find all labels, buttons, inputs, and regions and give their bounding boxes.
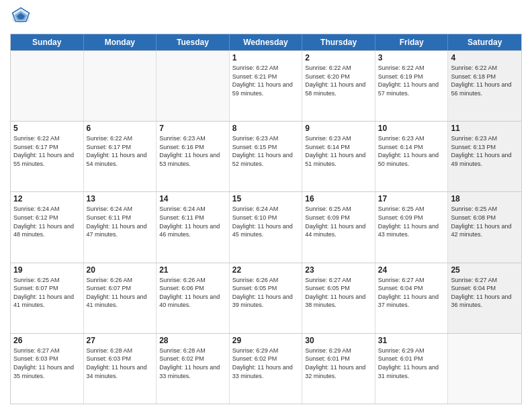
calendar-cell: 17Sunrise: 6:25 AM Sunset: 6:09 PM Dayli… <box>375 192 449 262</box>
calendar-cell: 30Sunrise: 6:29 AM Sunset: 6:01 PM Dayli… <box>302 334 375 404</box>
day-header-wednesday: Wednesday <box>230 34 303 50</box>
calendar-cell <box>157 51 230 121</box>
cell-info: Sunrise: 6:24 AM Sunset: 6:11 PM Dayligh… <box>87 205 154 238</box>
day-number: 7 <box>159 124 226 133</box>
day-number: 29 <box>232 336 300 345</box>
day-number: 14 <box>159 194 226 203</box>
day-header-monday: Monday <box>84 34 157 50</box>
cell-info: Sunrise: 6:22 AM Sunset: 6:17 PM Dayligh… <box>87 134 154 168</box>
day-header-saturday: Saturday <box>448 34 521 50</box>
day-number: 9 <box>305 124 372 133</box>
day-number: 1 <box>232 53 300 62</box>
cell-info: Sunrise: 6:29 AM Sunset: 6:02 PM Dayligh… <box>232 347 300 380</box>
cell-info: Sunrise: 6:25 AM Sunset: 6:09 PM Dayligh… <box>378 205 445 238</box>
page: SundayMondayTuesdayWednesdayThursdayFrid… <box>0 0 532 411</box>
calendar-cell: 3Sunrise: 6:22 AM Sunset: 6:19 PM Daylig… <box>375 51 449 121</box>
cell-info: Sunrise: 6:24 AM Sunset: 6:11 PM Dayligh… <box>159 205 226 238</box>
day-number: 23 <box>305 265 372 275</box>
calendar-cell: 18Sunrise: 6:25 AM Sunset: 6:08 PM Dayli… <box>448 192 521 262</box>
calendar-week-1: 1Sunrise: 6:22 AM Sunset: 6:21 PM Daylig… <box>11 50 521 121</box>
calendar-cell <box>11 51 84 121</box>
calendar-cell: 24Sunrise: 6:27 AM Sunset: 6:04 PM Dayli… <box>375 263 449 333</box>
day-number: 24 <box>378 265 445 275</box>
logo <box>10 7 30 28</box>
day-number: 26 <box>13 336 81 345</box>
cell-info: Sunrise: 6:26 AM Sunset: 6:05 PM Dayligh… <box>232 276 300 310</box>
calendar-cell: 9Sunrise: 6:23 AM Sunset: 6:14 PM Daylig… <box>302 122 375 191</box>
cell-info: Sunrise: 6:29 AM Sunset: 6:01 PM Dayligh… <box>305 347 372 380</box>
calendar-cell: 16Sunrise: 6:25 AM Sunset: 6:09 PM Dayli… <box>302 192 375 262</box>
cell-info: Sunrise: 6:22 AM Sunset: 6:17 PM Dayligh… <box>13 134 81 168</box>
day-number: 16 <box>305 194 372 203</box>
calendar-cell: 20Sunrise: 6:26 AM Sunset: 6:07 PM Dayli… <box>84 263 157 333</box>
calendar-body: 1Sunrise: 6:22 AM Sunset: 6:21 PM Daylig… <box>11 50 521 404</box>
calendar-cell: 19Sunrise: 6:25 AM Sunset: 6:07 PM Dayli… <box>11 263 84 333</box>
day-number: 22 <box>232 265 300 275</box>
calendar-cell: 21Sunrise: 6:26 AM Sunset: 6:06 PM Dayli… <box>157 263 230 333</box>
day-number: 18 <box>451 194 519 203</box>
day-number: 8 <box>232 124 300 133</box>
cell-info: Sunrise: 6:22 AM Sunset: 6:21 PM Dayligh… <box>232 64 300 97</box>
calendar-week-4: 19Sunrise: 6:25 AM Sunset: 6:07 PM Dayli… <box>11 263 521 333</box>
calendar-cell: 14Sunrise: 6:24 AM Sunset: 6:11 PM Dayli… <box>157 192 230 262</box>
day-number: 13 <box>87 194 154 203</box>
cell-info: Sunrise: 6:23 AM Sunset: 6:16 PM Dayligh… <box>159 134 226 168</box>
day-number: 28 <box>159 336 226 345</box>
calendar-cell: 11Sunrise: 6:23 AM Sunset: 6:13 PM Dayli… <box>448 122 521 191</box>
cell-info: Sunrise: 6:28 AM Sunset: 6:03 PM Dayligh… <box>87 347 154 380</box>
calendar-cell: 1Sunrise: 6:22 AM Sunset: 6:21 PM Daylig… <box>230 51 303 121</box>
cell-info: Sunrise: 6:22 AM Sunset: 6:18 PM Dayligh… <box>451 64 519 97</box>
cell-info: Sunrise: 6:26 AM Sunset: 6:07 PM Dayligh… <box>87 276 154 310</box>
calendar-cell: 31Sunrise: 6:29 AM Sunset: 6:01 PM Dayli… <box>375 334 449 404</box>
cell-info: Sunrise: 6:27 AM Sunset: 6:05 PM Dayligh… <box>305 276 372 310</box>
calendar: SundayMondayTuesdayWednesdayThursdayFrid… <box>10 34 522 404</box>
calendar-week-5: 26Sunrise: 6:27 AM Sunset: 6:03 PM Dayli… <box>11 333 521 404</box>
cell-info: Sunrise: 6:24 AM Sunset: 6:10 PM Dayligh… <box>232 205 300 238</box>
day-header-tuesday: Tuesday <box>157 34 230 50</box>
day-number: 4 <box>451 53 519 62</box>
calendar-cell: 5Sunrise: 6:22 AM Sunset: 6:17 PM Daylig… <box>11 122 84 191</box>
day-number: 2 <box>305 53 372 62</box>
day-number: 19 <box>13 265 81 275</box>
calendar-cell: 10Sunrise: 6:23 AM Sunset: 6:14 PM Dayli… <box>375 122 449 191</box>
cell-info: Sunrise: 6:24 AM Sunset: 6:12 PM Dayligh… <box>13 205 81 238</box>
calendar-week-2: 5Sunrise: 6:22 AM Sunset: 6:17 PM Daylig… <box>11 121 521 191</box>
calendar-week-3: 12Sunrise: 6:24 AM Sunset: 6:12 PM Dayli… <box>11 191 521 262</box>
cell-info: Sunrise: 6:28 AM Sunset: 6:02 PM Dayligh… <box>159 347 226 380</box>
calendar-cell: 29Sunrise: 6:29 AM Sunset: 6:02 PM Dayli… <box>230 334 303 404</box>
day-number: 6 <box>87 124 154 133</box>
cell-info: Sunrise: 6:27 AM Sunset: 6:04 PM Dayligh… <box>451 276 519 310</box>
calendar-cell: 23Sunrise: 6:27 AM Sunset: 6:05 PM Dayli… <box>302 263 375 333</box>
calendar-cell: 26Sunrise: 6:27 AM Sunset: 6:03 PM Dayli… <box>11 334 84 404</box>
cell-info: Sunrise: 6:22 AM Sunset: 6:19 PM Dayligh… <box>378 64 445 97</box>
day-number: 12 <box>13 194 81 203</box>
day-number: 10 <box>378 124 445 133</box>
calendar-cell: 8Sunrise: 6:23 AM Sunset: 6:15 PM Daylig… <box>230 122 303 191</box>
day-number: 21 <box>159 265 226 275</box>
day-number: 30 <box>305 336 372 345</box>
cell-info: Sunrise: 6:27 AM Sunset: 6:04 PM Dayligh… <box>378 276 445 310</box>
calendar-cell: 28Sunrise: 6:28 AM Sunset: 6:02 PM Dayli… <box>157 334 230 404</box>
cell-info: Sunrise: 6:23 AM Sunset: 6:14 PM Dayligh… <box>305 134 372 168</box>
cell-info: Sunrise: 6:25 AM Sunset: 6:07 PM Dayligh… <box>13 276 81 310</box>
day-number: 31 <box>378 336 445 345</box>
calendar-cell: 27Sunrise: 6:28 AM Sunset: 6:03 PM Dayli… <box>84 334 157 404</box>
day-number: 27 <box>87 336 154 345</box>
cell-info: Sunrise: 6:25 AM Sunset: 6:09 PM Dayligh… <box>305 205 372 238</box>
cell-info: Sunrise: 6:29 AM Sunset: 6:01 PM Dayligh… <box>378 347 445 380</box>
calendar-cell: 15Sunrise: 6:24 AM Sunset: 6:10 PM Dayli… <box>230 192 303 262</box>
calendar-cell: 12Sunrise: 6:24 AM Sunset: 6:12 PM Dayli… <box>11 192 84 262</box>
logo-icon <box>11 7 30 26</box>
cell-info: Sunrise: 6:27 AM Sunset: 6:03 PM Dayligh… <box>13 347 81 380</box>
day-number: 5 <box>13 124 81 133</box>
day-header-sunday: Sunday <box>11 34 84 50</box>
calendar-cell <box>448 334 521 404</box>
cell-info: Sunrise: 6:23 AM Sunset: 6:13 PM Dayligh… <box>451 134 519 168</box>
calendar-cell: 7Sunrise: 6:23 AM Sunset: 6:16 PM Daylig… <box>157 122 230 191</box>
calendar-cell: 13Sunrise: 6:24 AM Sunset: 6:11 PM Dayli… <box>84 192 157 262</box>
header <box>10 7 522 28</box>
day-number: 25 <box>451 265 519 275</box>
cell-info: Sunrise: 6:23 AM Sunset: 6:14 PM Dayligh… <box>378 134 445 168</box>
day-header-thursday: Thursday <box>302 34 375 50</box>
cell-info: Sunrise: 6:22 AM Sunset: 6:20 PM Dayligh… <box>305 64 372 97</box>
